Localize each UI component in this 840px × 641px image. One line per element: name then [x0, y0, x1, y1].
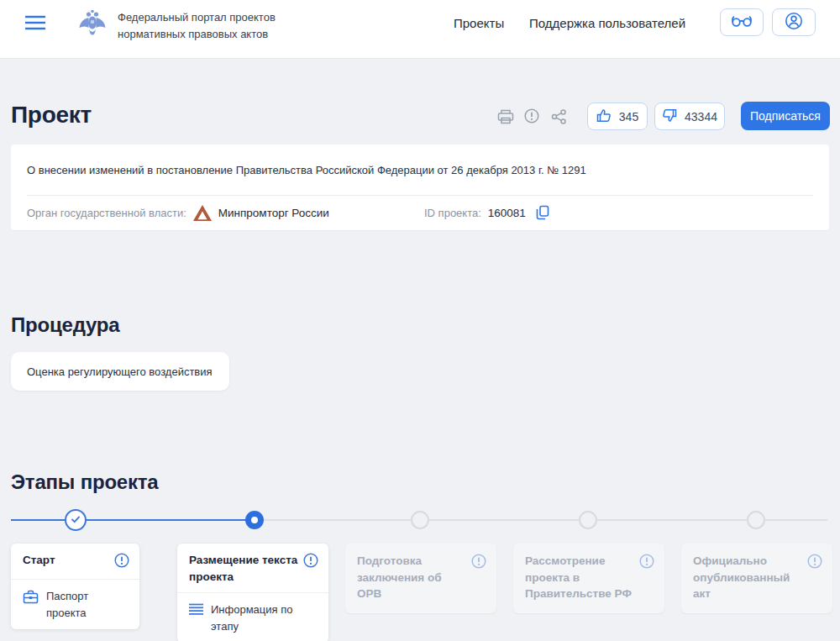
stage-link-passport[interactable]: Паспорт проекта	[11, 580, 139, 629]
stage-link-label: Информация по этапу	[211, 602, 318, 634]
stage-title: Размещение текста проекта	[189, 552, 298, 585]
check-icon	[70, 512, 81, 528]
project-id-row: ID проекта: 160081	[424, 196, 549, 229]
stage-title: Официально опубликованный акт	[693, 553, 802, 602]
header: Федеральный портал проектов нормативных …	[0, 0, 840, 59]
coat-of-arms-logo	[78, 7, 107, 39]
procedure-title: Процедура	[11, 313, 119, 337]
step-pending-circle[interactable]	[579, 511, 597, 529]
briefcase-icon	[23, 590, 39, 607]
project-id-label: ID проекта:	[424, 207, 481, 219]
stage-title: Старт	[23, 552, 109, 569]
step-active-circle[interactable]	[245, 511, 264, 529]
procedure-type-label: Оценка регулирующего воздействия	[27, 365, 213, 378]
stage-link-stage-info[interactable]: Информация по этапу	[177, 593, 328, 641]
subscribe-button[interactable]: Подписаться	[741, 102, 830, 130]
stages-title: Этапы проекта	[11, 470, 159, 494]
step-pending-circle[interactable]	[411, 511, 429, 529]
stage-title: Рассмотрение проекта в Правительстве РФ	[525, 553, 634, 602]
list-lines-icon	[189, 603, 203, 619]
accessibility-button[interactable]	[720, 8, 764, 36]
nav-support[interactable]: Поддержка пользователей	[529, 16, 685, 30]
share-icon[interactable]	[551, 109, 567, 128]
project-name: О внесении изменений в постановление Пра…	[27, 163, 813, 178]
authority-name: Минпромторг России	[218, 207, 329, 219]
page: Федеральный портал проектов нормативных …	[0, 0, 840, 641]
stage-card-text-placement: Размещение текста проекта Информация по …	[177, 544, 328, 641]
project-card: О внесении изменений в постановление Пра…	[11, 144, 829, 230]
thumb-up-icon	[596, 108, 612, 125]
procedure-type-card[interactable]: Оценка регулирующего воздействия	[11, 352, 229, 391]
like-count: 345	[619, 110, 638, 123]
stepper-line-remaining	[255, 519, 827, 521]
stage-info-icon[interactable]	[807, 554, 822, 572]
menu-burger-icon[interactable]	[25, 15, 45, 30]
stage-card-start: Старт Паспорт проекта	[11, 544, 139, 629]
like-button[interactable]: 345	[587, 102, 648, 130]
authority-label: Орган государственной власти:	[27, 207, 186, 219]
info-warning-icon[interactable]	[524, 108, 539, 127]
nav-projects[interactable]: Проекты	[454, 16, 504, 30]
print-icon[interactable]	[497, 109, 514, 128]
stage-link-label: Паспорт проекта	[46, 588, 129, 621]
minpromtorg-logo-icon	[193, 205, 212, 221]
step-done-circle[interactable]	[65, 509, 87, 531]
eyeglasses-icon	[731, 14, 753, 31]
thumb-down-icon	[662, 108, 677, 125]
stage-info-icon[interactable]	[303, 553, 318, 571]
project-id-value: 160081	[488, 207, 526, 219]
user-icon	[785, 12, 803, 34]
stage-info-icon[interactable]	[639, 554, 654, 572]
stage-info-icon[interactable]	[471, 554, 486, 572]
step-pending-circle[interactable]	[747, 511, 765, 529]
copy-icon[interactable]	[536, 205, 549, 220]
authority-row: Орган государственной власти: Минпромтор…	[27, 196, 329, 229]
stage-card-orv-conclusion: Подготовка заключения об ОРВ	[345, 544, 496, 613]
stage-title: Подготовка заключения об ОРВ	[357, 553, 466, 602]
account-button[interactable]	[772, 8, 816, 36]
stage-card-head: Размещение текста проекта	[177, 544, 328, 593]
dislike-button[interactable]: 43344	[654, 102, 725, 130]
stage-info-icon[interactable]	[114, 553, 129, 571]
portal-title: Федеральный портал проектов нормативных …	[118, 9, 298, 42]
page-title: Проект	[11, 102, 92, 129]
stepper-line-completed	[11, 519, 255, 521]
stage-card-published-act: Официально опубликованный акт	[681, 544, 832, 613]
stage-card-head: Старт	[11, 544, 139, 580]
dislike-count: 43344	[685, 110, 717, 123]
stage-card-government-review: Рассмотрение проекта в Правительстве РФ	[513, 544, 664, 613]
